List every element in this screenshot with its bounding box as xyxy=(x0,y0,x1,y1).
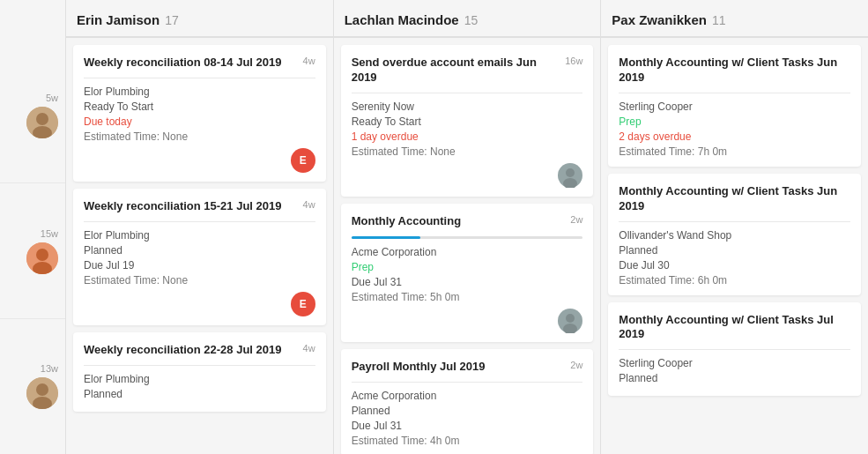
card-header-2: Weekly reconciliation 15-21 Jul 2019 4w xyxy=(84,199,315,214)
card-pax-estimated-1: Estimated Time: 7h 0m xyxy=(619,145,850,158)
column-title-erin: Erin Jamison xyxy=(77,12,160,27)
card-lachlan-client-1: Serenity Now xyxy=(352,100,583,113)
partial-row-2: 15w xyxy=(0,183,65,318)
card-status-3: Planned xyxy=(84,388,315,400)
card-pax-divider-3 xyxy=(619,349,850,350)
card-pax-header-1: Monthly Accounting w/ Client Tasks Jun 2… xyxy=(619,56,850,86)
card-lachlan-client-3: Acme Corporation xyxy=(352,390,583,402)
card-pax-3[interactable]: Monthly Accounting w/ Client Tasks Jul 2… xyxy=(608,302,861,397)
card-pax-due-2: Due Jul 30 xyxy=(619,259,850,272)
column-header-pax: Pax Zwanikken 11 xyxy=(601,0,868,38)
card-pax-title-1: Monthly Accounting w/ Client Tasks Jun 2… xyxy=(619,56,850,86)
svg-point-13 xyxy=(566,314,575,323)
column-pax: Pax Zwanikken 11 Monthly Accounting w/ C… xyxy=(601,0,868,454)
card-estimated-2: Estimated Time: None xyxy=(84,274,315,287)
card-lachlan-footer-2 xyxy=(352,309,583,333)
card-lachlan-due-1: 1 day overdue xyxy=(352,130,583,143)
week-badge-1: 5w xyxy=(46,93,58,103)
column-lachlan: Lachlan Macindoe 15 Send overdue account… xyxy=(334,0,602,454)
card-pax-client-1: Sterling Cooper xyxy=(619,100,850,113)
card-due-1: Due today xyxy=(84,115,315,128)
card-lachlan-title-3: Payroll Monthly Jul 2019 xyxy=(352,360,571,375)
card-erin-3[interactable]: Weekly reconciliation 22-28 Jul 2019 4w … xyxy=(73,332,326,412)
card-lachlan-status-1: Ready To Start xyxy=(352,115,583,128)
card-lachlan-header-1: Send overdue account emails Jun 2019 16w xyxy=(352,56,583,86)
card-pax-status-2: Planned xyxy=(619,244,850,257)
svg-point-1 xyxy=(36,113,48,125)
erin-cards[interactable]: Weekly reconciliation 08-14 Jul 2019 4w … xyxy=(66,38,333,454)
card-pax-1[interactable]: Monthly Accounting w/ Client Tasks Jun 2… xyxy=(608,45,861,167)
card-lachlan-header-3: Payroll Monthly Jul 2019 2w xyxy=(352,360,583,375)
partial-row-3: 13w xyxy=(0,319,65,454)
column-count-erin: 17 xyxy=(165,13,179,27)
pax-cards[interactable]: Monthly Accounting w/ Client Tasks Jun 2… xyxy=(601,38,868,454)
card-week-1: 4w xyxy=(303,56,315,66)
card-lachlan-estimated-1: Estimated Time: None xyxy=(352,145,583,158)
card-pax-status-1: Prep xyxy=(619,115,850,128)
card-lachlan-1[interactable]: Send overdue account emails Jun 2019 16w… xyxy=(341,45,594,197)
card-pax-client-3: Sterling Cooper xyxy=(619,357,850,369)
column-header-lachlan: Lachlan Macindoe 15 xyxy=(334,0,601,38)
column-title-pax: Pax Zwanikken xyxy=(612,12,707,27)
card-estimated-1: Estimated Time: None xyxy=(84,130,315,143)
card-pax-client-2: Ollivander's Wand Shop xyxy=(619,229,850,242)
card-client-1: Elor Plumbing xyxy=(84,86,315,98)
svg-point-10 xyxy=(566,168,575,177)
card-erin-2[interactable]: Weekly reconciliation 15-21 Jul 2019 4w … xyxy=(73,189,326,325)
card-pax-2[interactable]: Monthly Accounting w/ Client Tasks Jun 2… xyxy=(608,174,861,295)
column-title-lachlan: Lachlan Macindoe xyxy=(345,12,459,27)
card-erin-1[interactable]: Weekly reconciliation 08-14 Jul 2019 4w … xyxy=(73,45,326,182)
card-lachlan-week-1: 16w xyxy=(565,56,582,66)
card-title-1: Weekly reconciliation 08-14 Jul 2019 xyxy=(84,56,303,71)
card-lachlan-progress-fill-2 xyxy=(352,236,421,239)
card-header-1: Weekly reconciliation 08-14 Jul 2019 4w xyxy=(84,56,315,71)
card-lachlan-title-2: Monthly Accounting xyxy=(352,214,571,229)
card-lachlan-title-1: Send overdue account emails Jun 2019 xyxy=(352,56,565,86)
card-header-3: Weekly reconciliation 22-28 Jul 2019 4w xyxy=(84,343,315,358)
column-count-pax: 11 xyxy=(712,13,726,27)
column-header-erin: Erin Jamison 17 xyxy=(66,0,333,38)
card-client-3: Elor Plumbing xyxy=(84,373,315,385)
card-lachlan-due-2: Due Jul 31 xyxy=(352,276,583,288)
column-count-lachlan: 15 xyxy=(464,13,479,27)
assignee-badge-1: E xyxy=(291,148,315,173)
card-status-1: Ready To Start xyxy=(84,100,315,113)
card-pax-title-3: Monthly Accounting w/ Client Tasks Jul 2… xyxy=(619,313,850,343)
card-title-2: Weekly reconciliation 15-21 Jul 2019 xyxy=(84,199,303,214)
card-lachlan-status-3: Planned xyxy=(352,405,583,417)
card-lachlan-progress-bar-2 xyxy=(352,236,583,239)
card-footer-1: E xyxy=(84,148,315,173)
svg-point-7 xyxy=(36,383,48,396)
card-title-3: Weekly reconciliation 22-28 Jul 2019 xyxy=(84,343,303,358)
card-lachlan-3[interactable]: Payroll Monthly Jul 2019 2w Acme Corpora… xyxy=(341,349,594,454)
card-lachlan-week-3: 2w xyxy=(570,360,582,370)
card-divider-2 xyxy=(84,221,315,222)
card-footer-2: E xyxy=(84,292,315,316)
card-pax-estimated-2: Estimated Time: 6h 0m xyxy=(619,274,850,287)
avatar-3 xyxy=(26,377,58,409)
card-lachlan-due-3: Due Jul 31 xyxy=(352,420,583,432)
card-pax-divider-1 xyxy=(619,93,850,93)
week-badge-3: 13w xyxy=(41,363,58,374)
avatar-1 xyxy=(26,107,58,138)
card-pax-due-1: 2 days overdue xyxy=(619,130,850,143)
card-client-2: Elor Plumbing xyxy=(84,229,315,242)
card-lachlan-estimated-2: Estimated Time: 5h 0m xyxy=(352,291,583,303)
avatar-2 xyxy=(26,242,58,274)
lachlan-cards[interactable]: Send overdue account emails Jun 2019 16w… xyxy=(334,38,601,454)
assignee-badge-2: E xyxy=(291,292,315,316)
week-badge-2: 15w xyxy=(41,228,58,239)
kanban-board: 5w 15w 13w xyxy=(0,0,868,454)
card-pax-header-3: Monthly Accounting w/ Client Tasks Jul 2… xyxy=(619,313,850,343)
card-week-3: 4w xyxy=(303,343,315,354)
card-due-2: Due Jul 19 xyxy=(84,259,315,272)
card-pax-status-3: Planned xyxy=(619,372,850,384)
card-lachlan-estimated-3: Estimated Time: 4h 0m xyxy=(352,435,583,447)
card-pax-divider-2 xyxy=(619,221,850,222)
card-lachlan-2[interactable]: Monthly Accounting 2w Acme Corporation P… xyxy=(341,204,594,342)
card-lachlan-status-2: Prep xyxy=(352,261,583,273)
card-divider-3 xyxy=(84,365,315,366)
card-status-2: Planned xyxy=(84,244,315,257)
card-week-2: 4w xyxy=(303,199,315,210)
card-lachlan-client-2: Acme Corporation xyxy=(352,246,583,258)
